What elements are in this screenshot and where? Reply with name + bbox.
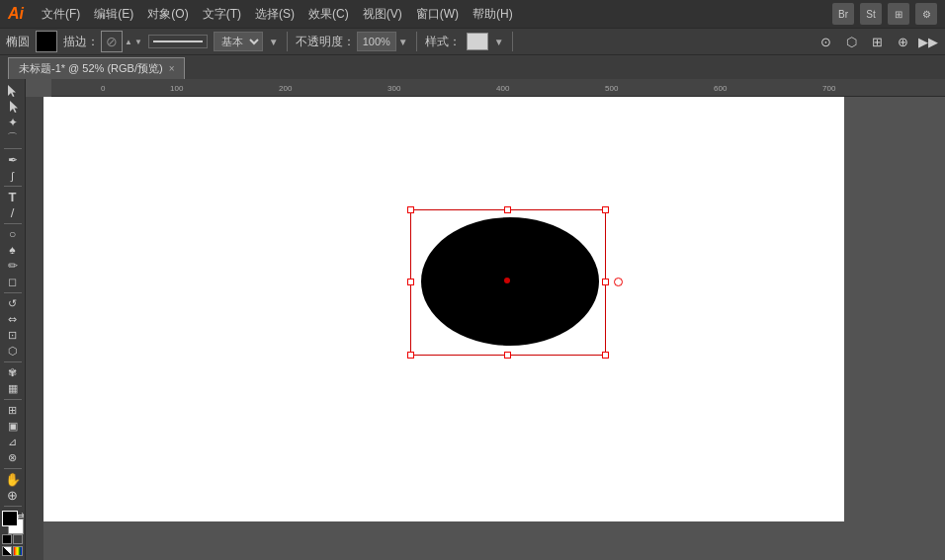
gradient-mode-icon[interactable]	[2, 546, 12, 556]
ellipse-shape[interactable]	[411, 207, 609, 356]
scale-tool[interactable]: ⊡	[2, 328, 24, 343]
options-bar: 椭圆 描边： ⊘ ▲ ▼ 基本 ▼ 不透明度： ▼ 样式： ▼ ⊙ ⬡ ⊞ ⊕ …	[0, 28, 945, 55]
separator-3	[4, 223, 22, 224]
menu-file[interactable]: 文件(F)	[36, 4, 86, 25]
svg-text:200: 200	[279, 84, 293, 93]
shear-tool[interactable]: ⬡	[2, 344, 24, 359]
eraser-tool[interactable]: ◻	[2, 275, 24, 289]
paintbrush-tool[interactable]: ♠	[2, 243, 24, 258]
zoom-tool[interactable]: ⊕	[2, 488, 24, 503]
separator-1	[4, 148, 22, 149]
svg-marker-1	[10, 101, 18, 113]
align-icon[interactable]: ⊙	[815, 31, 836, 52]
menu-select[interactable]: 选择(S)	[249, 4, 301, 25]
menu-edit[interactable]: 编辑(E)	[88, 4, 139, 25]
fill-swatch[interactable]	[36, 31, 57, 52]
shape-label: 椭圆	[6, 34, 30, 50]
swap-colors-icon[interactable]: ⇄	[17, 511, 25, 520]
left-toolbar: ✦ ⌒ ✒ ∫ T / ○ ♠ ✏ ◻ ↺ ⇔ ⊡ ⬡ ✾ ▦ ⊞ ▣ ⊿ ⊗ …	[0, 79, 26, 560]
pattern-mode-icon[interactable]	[13, 546, 23, 556]
tab-title: 未标题-1* @ 52% (RGB/预览)	[19, 61, 163, 76]
direct-selection-tool[interactable]	[2, 99, 24, 114]
lasso-tool[interactable]: ⌒	[2, 130, 24, 145]
separator-4	[4, 292, 22, 293]
color-swatch-area: ⇄	[0, 511, 26, 531]
curvature-tool[interactable]: ∫	[2, 168, 24, 183]
stroke-style-select[interactable]: 基本	[214, 32, 263, 51]
style-swatch[interactable]	[467, 33, 488, 50]
reflect-tool[interactable]: ⇔	[2, 312, 24, 327]
title-bar-right: Br St ⊞ ⚙	[832, 3, 937, 25]
search-icon[interactable]: ⚙	[915, 3, 937, 25]
shapebuilder-icon[interactable]: ⊕	[892, 31, 913, 52]
selection-tool[interactable]	[2, 83, 24, 98]
stroke-dropdown-arrow[interactable]: ▼	[269, 37, 279, 47]
svg-text:0: 0	[101, 84, 106, 93]
menu-view[interactable]: 视图(V)	[357, 4, 408, 25]
gradient-tool[interactable]: ▣	[2, 419, 24, 434]
stroke-swatch[interactable]: ⊘	[101, 31, 123, 52]
symbol-sprayer-tool[interactable]: ✾	[2, 365, 24, 380]
normal-mode-icon[interactable]	[2, 534, 12, 544]
stock-icon[interactable]: St	[860, 3, 882, 25]
menu-help[interactable]: 帮助(H)	[467, 4, 519, 25]
divider-3	[512, 32, 513, 51]
separator-6	[4, 399, 22, 400]
stroke-area: 描边： ⊘ ▲ ▼	[63, 31, 142, 52]
svg-text:400: 400	[496, 84, 510, 93]
ai-logo: Ai	[8, 5, 24, 23]
style-label: 样式：	[425, 34, 461, 50]
mode-icons-area	[2, 534, 23, 556]
eyedropper-tool[interactable]: ⊿	[2, 435, 24, 449]
opacity-dropdown[interactable]: ▼	[398, 37, 408, 47]
canvas-tab[interactable]: 未标题-1* @ 52% (RGB/预览) ×	[8, 57, 185, 79]
line-tool[interactable]: /	[2, 205, 24, 220]
svg-point-12	[421, 217, 599, 346]
divider-2	[416, 32, 417, 51]
blend-tool[interactable]: ⊗	[2, 450, 24, 465]
menu-object[interactable]: 对象(O)	[141, 4, 194, 25]
style-dropdown[interactable]: ▼	[494, 37, 504, 47]
separator-5	[4, 361, 22, 362]
tab-bar: 未标题-1* @ 52% (RGB/预览) ×	[0, 55, 945, 79]
menu-window[interactable]: 窗口(W)	[410, 4, 465, 25]
hand-tool[interactable]: ✋	[2, 472, 24, 487]
svg-text:100: 100	[170, 84, 184, 93]
separator-7	[4, 468, 22, 469]
pen-tool[interactable]: ✒	[2, 152, 24, 167]
type-tool[interactable]: T	[2, 190, 24, 204]
stroke-line-preview[interactable]	[148, 35, 208, 48]
opacity-input[interactable]	[357, 32, 396, 51]
stroke-spinner-down[interactable]: ▼	[134, 38, 142, 46]
more-icon[interactable]: ▶▶	[917, 31, 939, 52]
svg-marker-0	[8, 85, 16, 97]
svg-text:700: 700	[822, 84, 836, 93]
stroke-spinner-up[interactable]: ▲	[125, 38, 132, 46]
transform-icon[interactable]: ⬡	[840, 31, 862, 52]
main-area: ✦ ⌒ ✒ ∫ T / ○ ♠ ✏ ◻ ↺ ⇔ ⊡ ⬡ ✾ ▦ ⊞ ▣ ⊿ ⊗ …	[0, 79, 945, 560]
arrange-icon[interactable]: ⊞	[888, 3, 909, 25]
bridge-icon[interactable]: Br	[832, 3, 854, 25]
magic-wand-tool[interactable]: ✦	[2, 115, 24, 129]
opacity-label: 不透明度：	[296, 34, 355, 50]
foreground-swatch[interactable]	[2, 511, 18, 526]
ellipse-center-dot	[504, 278, 510, 283]
menu-effect[interactable]: 效果(C)	[302, 4, 355, 25]
svg-text:500: 500	[605, 84, 619, 93]
ellipse-tool[interactable]: ○	[2, 227, 24, 242]
screen-mode-icon[interactable]	[13, 534, 23, 544]
svg-rect-11	[26, 97, 43, 560]
menu-bar: 文件(F) 编辑(E) 对象(O) 文字(T) 选择(S) 效果(C) 视图(V…	[36, 4, 824, 25]
rotate-tool[interactable]: ↺	[2, 296, 24, 311]
column-graph-tool[interactable]: ▦	[2, 381, 24, 396]
separator-8	[4, 506, 22, 507]
horizontal-ruler: 0 100 200 300 400 500 600 700	[51, 79, 945, 97]
pencil-tool[interactable]: ✏	[2, 259, 24, 274]
separator-2	[4, 186, 22, 187]
stroke-label: 描边：	[63, 34, 99, 50]
pathfinder-icon[interactable]: ⊞	[866, 31, 888, 52]
mesh-tool[interactable]: ⊞	[2, 403, 24, 418]
menu-type[interactable]: 文字(T)	[197, 4, 247, 25]
tab-close-button[interactable]: ×	[169, 63, 175, 74]
canvas-area[interactable]: 0 100 200 300 400 500 600 700	[26, 79, 945, 560]
